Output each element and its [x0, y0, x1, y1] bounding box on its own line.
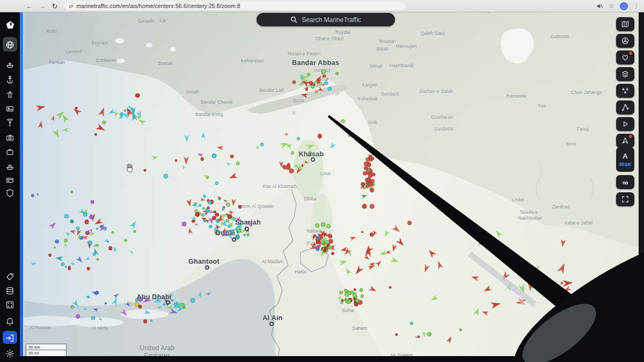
- sidebar-item-login[interactable]: [0, 331, 20, 345]
- vessel-marker[interactable]: [353, 288, 356, 291]
- vessel-marker[interactable]: [120, 112, 124, 117]
- vessel-marker[interactable]: [173, 302, 178, 307]
- vessel-marker[interactable]: [182, 222, 187, 227]
- vessel-marker[interactable]: [367, 163, 371, 167]
- vessel-marker[interactable]: [64, 238, 68, 243]
- sidebar-item-camera[interactable]: [0, 131, 20, 144]
- vessel-marker[interactable]: [91, 200, 94, 204]
- vessel-marker[interactable]: [369, 169, 373, 173]
- search-bar[interactable]: Search MarineTraffic: [257, 13, 395, 26]
- vessel-marker[interactable]: [36, 193, 39, 196]
- vessel-marker[interactable]: [418, 336, 420, 338]
- sidebar-item-live-map[interactable]: [0, 38, 20, 52]
- vessel-marker[interactable]: [367, 177, 371, 182]
- vessel-marker[interactable]: [70, 220, 74, 223]
- vessel-marker[interactable]: [348, 134, 351, 137]
- sidebar-item-data[interactable]: [0, 284, 20, 298]
- vessel-marker[interactable]: [341, 119, 345, 124]
- vessel-marker[interactable]: [31, 194, 34, 197]
- vessel-marker[interactable]: [297, 137, 300, 140]
- sidebar-item-photos[interactable]: [0, 102, 20, 115]
- fleets-button[interactable]: [616, 84, 634, 98]
- sidebar-item-vessels[interactable]: [0, 57, 20, 71]
- vessel-marker[interactable]: [68, 267, 71, 270]
- vessel-marker[interactable]: [289, 169, 294, 173]
- vessel-marker[interactable]: [86, 267, 90, 271]
- vessel-marker[interactable]: [243, 234, 246, 237]
- vessel-marker[interactable]: [76, 226, 79, 230]
- sidebar-item-lighthouses[interactable]: [0, 87, 20, 101]
- vessel-marker[interactable]: [389, 286, 392, 288]
- vessel-marker[interactable]: [91, 316, 95, 320]
- vessel-marker[interactable]: [238, 229, 241, 233]
- vessel-marker[interactable]: [246, 233, 250, 236]
- vessel-marker[interactable]: [135, 93, 140, 98]
- vessel-marker[interactable]: [328, 245, 332, 250]
- vessel-marker[interactable]: [212, 154, 217, 158]
- url-field[interactable]: marinetraffic.com/en/ais/home/centerx:56…: [76, 3, 240, 9]
- sidebar-item-fleet[interactable]: [0, 159, 20, 173]
- vessel-marker[interactable]: [206, 176, 209, 179]
- sidebar-item-notifications[interactable]: [0, 314, 20, 328]
- vessel-arrow-button[interactable]: [616, 134, 634, 148]
- infinity-button[interactable]: ∞: [616, 175, 634, 189]
- vessel-marker[interactable]: [215, 182, 218, 185]
- vessel-marker[interactable]: [48, 254, 52, 257]
- vessel-marker[interactable]: [103, 120, 106, 124]
- vessel-names-toggle[interactable]: A 301K: [616, 147, 634, 172]
- vessel-marker[interactable]: [55, 240, 59, 244]
- reload-button[interactable]: ↻: [48, 2, 61, 10]
- vessel-marker[interactable]: [318, 242, 320, 244]
- filters-button[interactable]: [616, 34, 634, 48]
- vessel-marker[interactable]: [199, 204, 202, 207]
- live-map[interactable]: EvazGerashLarMohrBeyramLamerdParsianEshk…: [0, 12, 644, 362]
- vessel-marker[interactable]: [407, 221, 412, 225]
- vessel-marker[interactable]: [143, 169, 146, 172]
- routes-button[interactable]: [616, 100, 634, 114]
- vessel-marker[interactable]: [85, 220, 90, 225]
- vessel-marker[interactable]: [230, 155, 234, 158]
- sidebar-item-dashboard[interactable]: [0, 173, 20, 187]
- vessel-marker[interactable]: [108, 246, 113, 250]
- vessel-marker[interactable]: [191, 298, 195, 303]
- vessel-marker[interactable]: [345, 300, 348, 303]
- bookmark-star-icon[interactable]: ☆: [609, 2, 614, 10]
- sidebar-item-tags[interactable]: [0, 270, 20, 284]
- sidebar-item-analytics[interactable]: [0, 298, 20, 312]
- vessel-marker[interactable]: [183, 306, 186, 309]
- vessel-marker[interactable]: [326, 225, 331, 229]
- vessel-marker[interactable]: [561, 282, 564, 285]
- vessel-marker[interactable]: [323, 74, 326, 78]
- vessel-marker[interactable]: [202, 213, 205, 216]
- sidebar-item-ports[interactable]: [0, 73, 20, 86]
- vessel-marker[interactable]: [88, 241, 92, 245]
- vessel-marker[interactable]: [370, 232, 375, 237]
- speaker-muted-icon[interactable]: [596, 3, 603, 10]
- vessel-marker[interactable]: [206, 209, 210, 213]
- vessel-marker[interactable]: [292, 80, 296, 84]
- vessel-marker[interactable]: [97, 258, 99, 261]
- fullscreen-button[interactable]: [616, 192, 634, 206]
- vessel-marker[interactable]: [309, 81, 313, 85]
- vessel-marker[interactable]: [75, 107, 78, 110]
- site-info-icon[interactable]: ⇄: [69, 3, 73, 9]
- vessel-marker[interactable]: [459, 329, 462, 331]
- browser-menu-icon[interactable]: ⋮: [633, 3, 640, 10]
- forward-button[interactable]: →: [35, 2, 48, 10]
- sidebar-item-protect[interactable]: [0, 186, 20, 200]
- marinetraffic-logo[interactable]: [0, 18, 20, 32]
- vessel-marker[interactable]: [323, 249, 326, 252]
- vessel-marker[interactable]: [362, 204, 367, 209]
- vessel-marker[interactable]: [226, 219, 230, 222]
- vessel-marker[interactable]: [95, 291, 99, 294]
- layers-button[interactable]: [616, 67, 634, 81]
- vessel-marker[interactable]: [143, 319, 148, 323]
- vessel-marker[interactable]: [64, 214, 69, 219]
- vessel-marker[interactable]: [327, 86, 332, 91]
- vessel-marker[interactable]: [238, 205, 241, 209]
- back-button[interactable]: ←: [23, 2, 35, 10]
- vessel-marker[interactable]: [427, 332, 431, 336]
- vessel-marker[interactable]: [213, 211, 216, 214]
- favorites-button[interactable]: [616, 50, 634, 64]
- vessel-marker[interactable]: [260, 143, 264, 147]
